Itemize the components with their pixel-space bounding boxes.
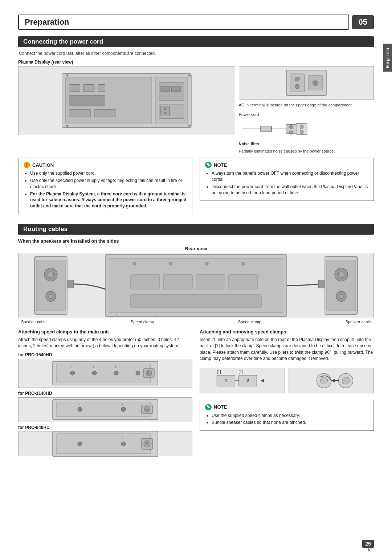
svg-text:[1]: [1] (217, 370, 221, 374)
diagram-pro-940hd: ↓ ↓ (18, 432, 192, 456)
note-item-1: Always turn the panel's power OFF when c… (212, 170, 368, 183)
label-pro-1540hd: for PRO-1540HD (18, 352, 192, 357)
power-annotations: AC IN terminal is located on the upper e… (239, 66, 374, 154)
note-title: ✎ NOTE (205, 162, 368, 168)
svg-point-32 (289, 125, 293, 129)
annotation-power-cord-label: Power cord (239, 112, 259, 117)
section-power-cord: Connecting the power cord Connect the po… (18, 36, 374, 218)
svg-rect-86 (56, 434, 151, 454)
svg-point-15 (164, 112, 167, 115)
attaching-removing-area: Attaching speed clamps to the main unit … (18, 329, 374, 459)
svg-rect-51 (163, 275, 192, 289)
svg-point-33 (289, 131, 293, 134)
caution-item-2: Use only the specified power supply volt… (30, 178, 187, 190)
svg-point-17 (188, 74, 191, 77)
svg-rect-57 (327, 260, 356, 311)
page-number-bottom: 25 (362, 540, 374, 548)
sidebar-language-label: English (383, 44, 392, 72)
svg-point-14 (164, 108, 167, 110)
caution-col: ! CAUTION Use only the supplied power co… (18, 158, 192, 218)
attaching-title: Attaching speed clamps to the main unit (18, 329, 192, 335)
note-box-2: ✎ NOTE Use the supplied speed clamps as … (200, 400, 374, 431)
caution-item-1: Use only the supplied power cord. (30, 170, 187, 177)
svg-point-22 (295, 77, 299, 81)
when-speakers-label: When the speakers are installed on the s… (18, 238, 374, 244)
note2-item-1: Use the supplied speed clamps as necessa… (212, 413, 368, 419)
svg-point-18 (66, 125, 69, 127)
note2-list: Use the supplied speed clamps as necessa… (205, 413, 368, 426)
svg-rect-29 (261, 126, 271, 132)
svg-point-48 (205, 262, 209, 266)
note-list: Always turn the panel's power OFF when c… (205, 170, 368, 196)
annotation-noise-desc: Partially eliminates noise caused by the… (239, 149, 374, 154)
label-speed-clamp-left: Speed clamp (131, 320, 154, 324)
svg-marker-101 (261, 379, 264, 382)
svg-text:↓: ↓ (78, 402, 80, 406)
svg-point-93 (146, 442, 148, 445)
caution-item-3: For the Plasma Display System, a three-c… (30, 191, 187, 209)
svg-rect-7 (94, 110, 116, 117)
svg-point-103 (320, 377, 328, 384)
svg-text:↓: ↓ (71, 364, 73, 368)
svg-point-88 (121, 442, 126, 446)
svg-point-78 (78, 407, 82, 412)
label-speed-clamp-right: Speed clamp (238, 320, 261, 324)
label-pro-1140hd: for PRO-1140HD (18, 391, 192, 396)
svg-rect-53 (229, 275, 258, 289)
svg-rect-2 (69, 84, 80, 92)
cable-labels-row: Speaker cable Speed clamp Speed clamp Sp… (18, 320, 374, 324)
svg-point-35 (300, 125, 303, 129)
clamp-diagram-1: 1 2 [1] [2] (200, 368, 285, 393)
svg-point-40 (48, 272, 54, 278)
annotation-noise-filter: Noise filter (239, 141, 374, 147)
clamp-diagram-2 (289, 368, 374, 393)
svg-point-67 (92, 371, 97, 375)
note2-item-2: Bundle speaker cables so that none are p… (212, 420, 368, 426)
svg-point-105 (342, 377, 350, 384)
svg-text:↓: ↓ (93, 364, 95, 368)
caution-title: ! CAUTION (24, 162, 187, 168)
svg-rect-3 (83, 84, 94, 92)
page-title: Preparation (18, 15, 349, 30)
svg-rect-10 (161, 86, 170, 92)
svg-rect-5 (69, 95, 105, 106)
svg-marker-107 (331, 379, 335, 382)
clamp-diagrams: 1 2 [1] [2] (200, 365, 374, 396)
diagram-pro-1140hd: ↓ ↓ (18, 397, 192, 422)
svg-point-61 (339, 294, 343, 299)
attaching-body: Attach the speed clamps using any of the… (18, 337, 192, 349)
svg-rect-43 (67, 280, 74, 288)
rear-view-label: Rear view (18, 246, 374, 251)
caution-note-area: ! CAUTION Use only the supplied power co… (18, 158, 374, 218)
caution-icon: ! (24, 162, 30, 168)
plasma-rear-view-diagram (18, 66, 235, 135)
svg-point-59 (338, 272, 344, 278)
svg-point-47 (169, 262, 172, 266)
diagram-pro-1540hd: ↓ ↓ ↓ (18, 359, 192, 388)
section-power-cord-title: Connecting the power cord (18, 36, 374, 47)
svg-rect-77 (56, 402, 151, 417)
page-container: English Preparation 05 Connecting the po… (0, 0, 392, 555)
note2-icon: ✎ (205, 404, 212, 410)
page-header: Preparation 05 (18, 15, 374, 30)
svg-point-84 (146, 408, 148, 411)
page-en-label: En (368, 547, 372, 551)
power-cord-annotation-area: AC IN terminal is located on the upper e… (239, 102, 374, 154)
section-routing-cables: Routing cables When the speakers are ins… (18, 224, 374, 459)
svg-point-69 (136, 371, 140, 375)
svg-text:2: 2 (246, 378, 249, 383)
svg-rect-6 (69, 110, 91, 117)
diagram-label-plasma: Plasma Display (rear view) (18, 60, 374, 65)
svg-point-75 (147, 372, 150, 374)
svg-point-87 (78, 442, 82, 446)
svg-point-46 (132, 262, 136, 266)
page-number-header: 05 (352, 15, 374, 29)
removing-body: Insert [1] into an appropriate hole on t… (200, 337, 374, 362)
note2-title: ✎ NOTE (205, 404, 368, 410)
svg-point-66 (70, 371, 75, 375)
svg-rect-52 (196, 275, 225, 289)
svg-point-79 (121, 407, 126, 412)
section-power-cord-subtitle: Connect the power cord last, after all o… (18, 51, 374, 56)
label-speaker-cable-left: Speaker cable (21, 320, 46, 324)
svg-rect-50 (131, 275, 160, 289)
